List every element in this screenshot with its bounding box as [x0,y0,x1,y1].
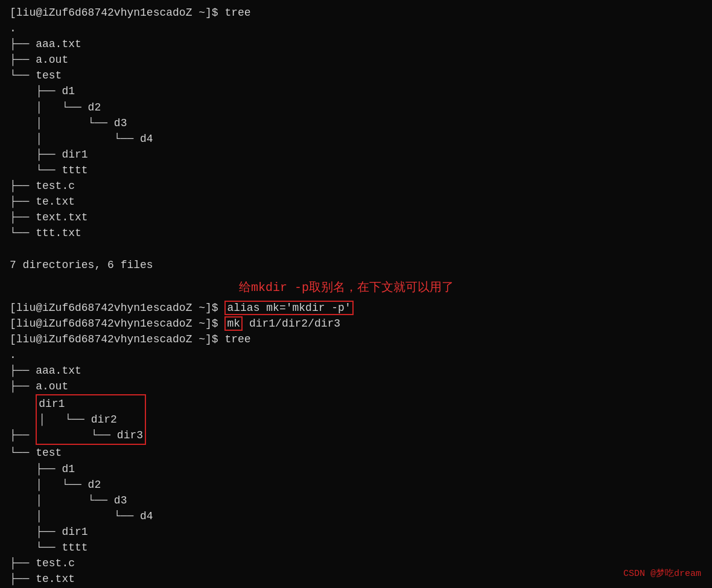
tree1-d2: │ └── d2 [10,100,702,115]
cmd4-line: [liu@iZuf6d68742vhyn1escadoZ ~]$ tree [10,331,702,347]
tree1-d4: │ └── d4 [10,131,702,147]
tree1-dir1: ├── dir1 [10,147,702,162]
tree1-ttttxt: └── ttt.txt [10,225,702,241]
tree2-dir1: ├── dir1 [10,524,702,540]
tree2-d4: │ └── d4 [10,508,702,524]
tree1-aout: ├── a.out [10,52,702,68]
tree1-tetxt: ├── te.txt [10,194,702,209]
prompt4: [liu@iZuf6d68742vhyn1escadoZ ~]$ [10,333,224,345]
tree1-dot: . [10,21,702,36]
tree2-dot: . [10,347,702,363]
tree1-test: └── test [10,68,702,83]
cmd3-line: [liu@iZuf6d68742vhyn1escadoZ ~]$ mk dir1… [10,316,702,331]
tree2-d2: │ └── d2 [10,477,702,493]
prompt3: [liu@iZuf6d68742vhyn1escadoZ ~]$ [10,318,224,330]
tree1-testc: ├── test.c [10,178,702,194]
tree2-dir1-line: ├── dir1│ └── dir2 └── dir3 [10,394,702,445]
tree1-d3: │ └── d3 [10,115,702,131]
summary1-text: 7 directories, 6 files [10,257,702,273]
prompt2: [liu@iZuf6d68742vhyn1escadoZ ~]$ [10,302,224,314]
cmd2-line: [liu@iZuf6d68742vhyn1escadoZ ~]$ alias m… [10,300,702,316]
tree2-aout: ├── a.out [10,379,702,394]
tree1-aaa: ├── aaa.txt [10,36,702,52]
watermark: CSDN @梦吃dream [623,567,701,581]
alias-highlight: alias mk='mkdir -p' [224,301,353,315]
cmd1: tree [224,7,250,19]
tree1-tttt: └── tttt [10,162,702,178]
dir1-dir2-dir3-highlight: dir1│ └── dir2 └── dir3 [36,394,146,445]
tree2-d3: │ └── d3 [10,493,702,508]
annotation-text: 给mkdir -p取别名，在下文就可以用了 [239,279,702,296]
cmd3-rest: dir1/dir2/dir3 [243,318,340,330]
tree2-d1: ├── d1 [10,461,702,477]
cmd4: tree [224,333,250,345]
terminal: [liu@iZuf6d68742vhyn1escadoZ ~]$ tree . … [10,5,702,588]
tree1-texttxt: ├── text.txt [10,209,702,225]
summary1 [10,241,702,257]
tree2-aaa: ├── aaa.txt [10,363,702,379]
cmd1-line: [liu@iZuf6d68742vhyn1escadoZ ~]$ tree [10,5,702,21]
mk-highlight: mk [224,316,243,331]
tree2-tetxt: ├── te.txt [10,571,702,587]
tree2-tttt: └── tttt [10,540,702,555]
tree2-test: └── test [10,445,702,461]
tree2-testc: ├── test.c [10,555,702,571]
prompt1: [liu@iZuf6d68742vhyn1escadoZ ~]$ [10,7,224,19]
tree1-d1: ├── d1 [10,83,702,99]
